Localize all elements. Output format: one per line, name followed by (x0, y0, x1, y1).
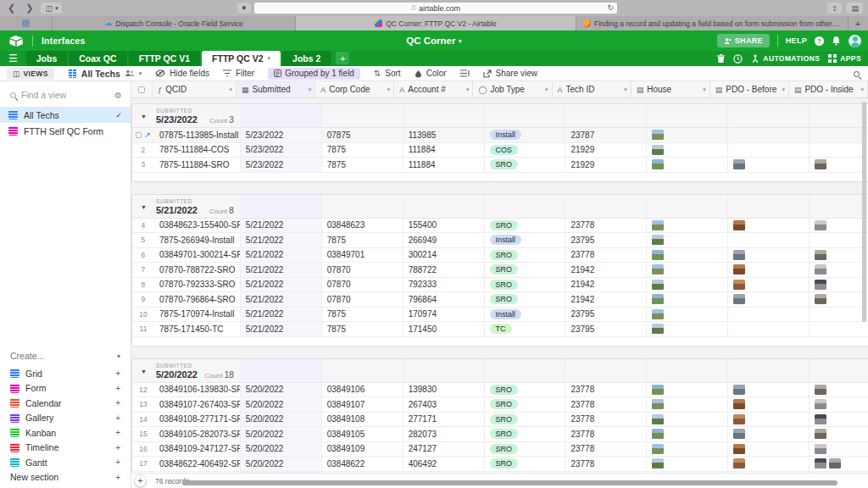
cell-submitted[interactable]: 5/20/2022 (241, 413, 322, 427)
search-view-button[interactable] (854, 69, 860, 79)
cell-pdo-inside[interactable] (810, 158, 868, 172)
cell-pdo-before[interactable] (728, 278, 810, 292)
attachment-thumbnail[interactable] (815, 385, 826, 395)
cell-house[interactable] (647, 233, 728, 247)
interface-tab-fttp-qc-v2[interactable]: FTTP QC V2▾ (202, 51, 281, 66)
cell-house[interactable] (647, 292, 728, 307)
row-number[interactable]: 10 (132, 308, 154, 322)
share-page-button[interactable]: ⇪ (827, 3, 843, 14)
cell-pdo-before[interactable] (728, 308, 810, 322)
job-type-badge[interactable]: SRO (490, 280, 519, 290)
cell-house[interactable] (647, 248, 728, 263)
cell-pdo-before[interactable] (728, 442, 810, 457)
collapse-triangle-icon[interactable]: ▼ (141, 369, 147, 374)
cell-pdo-inside[interactable] (810, 248, 868, 263)
job-type-badge[interactable]: SRO (490, 444, 519, 454)
cell-submitted[interactable]: 5/23/2022 (241, 128, 322, 142)
job-type-badge[interactable]: Install (490, 309, 522, 319)
attachment-thumbnail[interactable] (652, 414, 664, 424)
reload-icon[interactable]: ↻ (607, 3, 614, 12)
sidebar-view-item[interactable]: All Techs✓ (0, 107, 131, 123)
cell-house[interactable] (647, 383, 728, 397)
table-row[interactable]: 1403849108-277171-SRO5/20/20220384910827… (132, 413, 868, 428)
cell-submitted[interactable]: 5/23/2022 (241, 143, 322, 158)
job-type-badge[interactable]: COS (490, 145, 519, 155)
cell-job-type[interactable]: Install (485, 233, 566, 247)
interface-tab-jobs-2[interactable]: Jobs 2 (282, 51, 331, 66)
hide-fields-button[interactable]: Hide fields (155, 69, 209, 78)
job-type-badge[interactable]: SRO (490, 458, 519, 469)
attachment-thumbnail[interactable] (652, 145, 664, 155)
cell-house[interactable] (647, 158, 728, 172)
column-header-submitted[interactable]: ▦Submitted▾ (236, 81, 315, 97)
row-number[interactable]: 2 (132, 143, 154, 158)
cell-tech-id[interactable]: 23778 (565, 427, 647, 441)
sort-button[interactable]: ⇅ Sort (374, 69, 401, 78)
attachment-thumbnail[interactable] (733, 250, 745, 260)
cell-pdo-inside[interactable] (810, 413, 868, 427)
attachment-thumbnail[interactable] (815, 429, 826, 439)
cell-house[interactable] (647, 427, 728, 441)
attachment-thumbnail[interactable] (652, 399, 664, 409)
cell-job-type[interactable]: SRO (485, 427, 566, 441)
cell-account[interactable]: 113985 (403, 128, 485, 142)
cell-qcid[interactable]: 03849108-277171-SRO (154, 413, 241, 427)
table-row[interactable]: 1203849106-139830-SRO5/20/20220384910613… (132, 383, 868, 398)
cell-qcid[interactable]: 07870-788722-SRO (154, 263, 241, 277)
cell-tech-id[interactable]: 23795 (565, 233, 647, 247)
cell-house[interactable] (647, 397, 728, 412)
cell-pdo-before[interactable] (728, 427, 810, 441)
cell-qcid[interactable]: 07875-113985-Install (154, 128, 241, 142)
job-type-badge[interactable]: SRO (490, 399, 519, 409)
cell-account[interactable]: 139830 (403, 383, 485, 397)
attachment-thumbnail[interactable] (733, 444, 745, 454)
user-avatar[interactable] (849, 35, 861, 47)
cell-tech-id[interactable]: 23778 (565, 442, 647, 457)
attachment-thumbnail[interactable] (652, 280, 664, 290)
attachment-thumbnail[interactable] (652, 309, 664, 319)
cell-job-type[interactable]: SRO (485, 248, 566, 263)
create-new-section[interactable]: New section+ (0, 470, 131, 485)
cell-corp-code[interactable]: 03849108 (322, 413, 403, 427)
job-type-badge[interactable]: SRO (490, 220, 519, 230)
cell-submitted[interactable]: 5/20/2022 (241, 427, 322, 441)
cell-qcid[interactable]: 7875-111884-SRO (154, 158, 241, 172)
row-number[interactable]: 16 (132, 442, 154, 457)
column-header-corp-code[interactable]: ACorp Code▾ (315, 81, 394, 97)
table-row[interactable]: 37875-111884-SRO5/23/20227875111884SRO21… (132, 158, 868, 173)
table-row[interactable]: 1703848622-406492-SRO5/20/20220384862240… (132, 457, 868, 472)
interface-tab-jobs[interactable]: Jobs (26, 51, 68, 66)
attachment-thumbnail[interactable] (815, 220, 826, 230)
cell-house[interactable] (647, 322, 728, 336)
cell-qcid[interactable]: 03849701-300214-SRO (154, 248, 241, 263)
job-type-badge[interactable]: TC (490, 324, 512, 334)
cell-tech-id[interactable]: 23778 (565, 397, 647, 412)
cell-house[interactable] (647, 278, 728, 292)
cell-submitted[interactable]: 5/21/2022 (241, 278, 322, 292)
cell-account[interactable]: 111884 (403, 158, 485, 172)
row-height-button[interactable] (460, 69, 470, 77)
cell-job-type[interactable]: SRO (485, 158, 566, 172)
cell-account[interactable]: 277171 (403, 413, 485, 427)
attachment-thumbnail[interactable] (733, 264, 745, 274)
cell-submitted[interactable]: 5/20/2022 (241, 397, 322, 412)
row-checkbox[interactable] (136, 132, 142, 138)
privacy-shield-icon[interactable]: ● (237, 3, 251, 14)
cell-corp-code[interactable]: 03849106 (322, 383, 403, 397)
attachment-thumbnail[interactable] (733, 458, 745, 469)
job-type-badge[interactable]: SRO (490, 429, 519, 439)
cell-pdo-inside[interactable] (810, 292, 868, 307)
create-timeline[interactable]: Timeline+ (0, 441, 131, 456)
cell-account[interactable]: 111884 (403, 143, 485, 158)
cell-house[interactable] (647, 128, 728, 142)
table-row[interactable]: 707870-788722-SRO5/21/202207870788722SRO… (132, 263, 868, 278)
cell-pdo-before[interactable] (728, 219, 810, 233)
attachment-thumbnail[interactable] (652, 429, 664, 439)
table-row[interactable]: 807870-792333-SRO5/21/202207870792333SRO… (132, 278, 868, 293)
cell-tech-id[interactable]: 21942 (565, 278, 647, 292)
table-row[interactable]: 1503849105-282073-SRO5/20/20220384910528… (132, 427, 868, 442)
cell-qcid[interactable]: 03848623-155400-SRO (154, 219, 241, 233)
attachment-thumbnail[interactable] (815, 458, 826, 469)
row-number[interactable]: 15 (132, 427, 154, 441)
cell-pdo-inside[interactable] (810, 128, 868, 142)
